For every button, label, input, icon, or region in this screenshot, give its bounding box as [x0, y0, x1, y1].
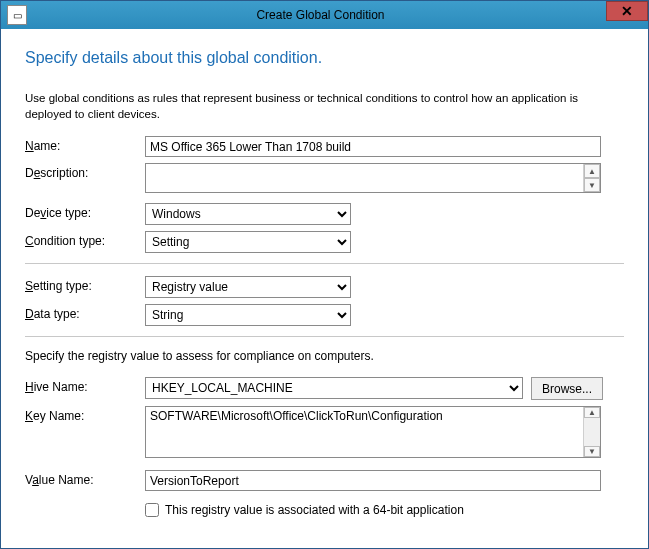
datatype-label: Data type:Data type:: [25, 304, 145, 321]
description-textarea[interactable]: [146, 164, 583, 192]
keyname-textarea[interactable]: SOFTWARE\Microsoft\Office\ClickToRun\Con…: [146, 407, 583, 457]
valuename-label: Value Name:Value Name:: [25, 470, 145, 487]
hive-select[interactable]: HKEY_LOCAL_MACHINE: [145, 377, 523, 399]
hive-label: Hive Name:Hive Name:: [25, 377, 145, 394]
name-label: NName:ame:: [25, 136, 145, 153]
keyname-scrollbar: ▲ ▼: [583, 407, 600, 457]
settingtype-label: Setting type:Setting type:: [25, 276, 145, 293]
devicetype-label: Device type:Device type:: [25, 203, 145, 220]
titlebar: ▭ Create Global Condition ✕: [1, 1, 648, 29]
64bit-checkbox[interactable]: [145, 503, 159, 517]
description-label: Description:Description:: [25, 163, 145, 180]
intro-text: Use global conditions as rules that repr…: [25, 91, 624, 122]
scrollbar-track: [584, 418, 600, 446]
dialog-content: Specify details about this global condit…: [1, 29, 648, 548]
window-title: Create Global Condition: [33, 8, 608, 22]
scroll-down-button[interactable]: ▼: [584, 178, 600, 192]
valuename-input[interactable]: [145, 470, 601, 491]
close-button[interactable]: ✕: [606, 1, 648, 21]
separator-2: [25, 336, 624, 337]
close-icon: ✕: [621, 3, 633, 19]
64bit-checkbox-label: This registry value is associated with a…: [165, 503, 464, 517]
conditiontype-label: Condition type:Condition type:: [25, 231, 145, 248]
keyname-label: Key Name:Key Name:: [25, 406, 145, 423]
browse-button[interactable]: Browse...: [531, 377, 603, 400]
datatype-select[interactable]: String: [145, 304, 351, 326]
name-input[interactable]: [145, 136, 601, 157]
conditiontype-select[interactable]: Setting: [145, 231, 351, 253]
settingtype-select[interactable]: Registry value: [145, 276, 351, 298]
dialog-window: ▭ Create Global Condition ✕ Specify deta…: [0, 0, 649, 549]
separator-1: [25, 263, 624, 264]
registry-intro: Specify the registry value to assess for…: [25, 349, 624, 363]
scroll-up-button[interactable]: ▲: [584, 164, 600, 178]
scroll-down-button[interactable]: ▼: [584, 446, 600, 457]
page-heading: Specify details about this global condit…: [25, 49, 624, 67]
system-icon: ▭: [7, 5, 27, 25]
description-scrollbar: ▲ ▼: [583, 164, 600, 192]
keyname-field-wrap: SOFTWARE\Microsoft\Office\ClickToRun\Con…: [145, 406, 601, 458]
devicetype-select[interactable]: Windows: [145, 203, 351, 225]
description-field-wrap: ▲ ▼: [145, 163, 601, 193]
scroll-up-button[interactable]: ▲: [584, 407, 600, 418]
